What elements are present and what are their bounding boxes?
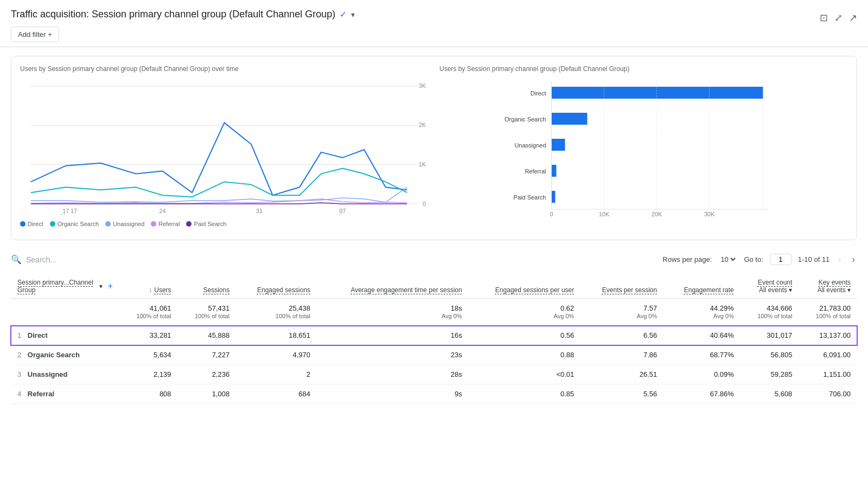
row-users-1: 5,634 [119, 345, 178, 365]
row-avg-engagement-3: 9s [317, 384, 469, 404]
bar-unassigned[interactable] [552, 139, 565, 151]
svg-text:3K: 3K [419, 82, 426, 89]
sessions-col-header[interactable]: Sessions [178, 274, 237, 299]
users-col-header[interactable]: ↓ Users [119, 274, 178, 299]
users-label: Users [154, 286, 171, 294]
add-filter-button[interactable]: Add filter + [11, 27, 59, 42]
table-row[interactable]: 2 Organic Search 5,634 7,227 4,970 23s 0… [11, 345, 857, 365]
row-num-0: 1 [17, 331, 21, 339]
svg-text:31: 31 [256, 208, 263, 214]
engagement-rate-label: Engagement rate [684, 286, 734, 294]
svg-text:0: 0 [423, 201, 426, 207]
bar-paid-search[interactable] [552, 191, 556, 203]
row-dimension-1: 2 Organic Search [11, 345, 119, 365]
row-sessions-0: 45,888 [178, 326, 237, 345]
table-row[interactable]: 3 Unassigned 2,139 2,236 2 28s <0.01 26.… [11, 365, 857, 384]
bar-referral[interactable] [552, 165, 557, 177]
total-avg-engagement: 18s Avg 0% [317, 299, 469, 326]
rows-per-page-label: Rows per page: [662, 255, 712, 263]
dimension-col-dropdown[interactable]: ▾ [99, 282, 103, 290]
row-events-per-session-3: 5.56 [580, 384, 663, 404]
table-header-row: Session primary...Channel Group ▾ + ↓ Us… [11, 274, 857, 299]
engaged-sessions-label: Engaged sessions [257, 286, 310, 294]
svg-text:30K: 30K [704, 211, 715, 217]
avg-engagement-label: Average engagement time per session [350, 286, 462, 294]
key-events-col-header[interactable]: Key events All events ▾ [799, 274, 857, 299]
row-events-per-session-0: 6.56 [580, 326, 663, 345]
edit-button[interactable]: ⊡ [820, 12, 828, 24]
bar-chart-title: Users by Session primary channel group (… [439, 65, 848, 73]
title-dropdown[interactable]: ▾ [351, 10, 355, 19]
row-dimension-label-0: Direct [28, 331, 48, 339]
search-input[interactable] [26, 255, 135, 264]
row-dimension-label-3: Referral [28, 390, 54, 398]
next-page-button[interactable]: › [850, 253, 857, 267]
total-sessions: 57,431 100% of total [178, 299, 237, 326]
svg-text:17: 17 [71, 208, 77, 214]
svg-text:20K: 20K [652, 211, 662, 217]
chart-legend: Direct Organic Search Unassigned Referra… [20, 221, 429, 227]
goto-label: Go to: [744, 255, 763, 263]
row-engaged-sessions-3: 684 [236, 384, 317, 404]
verified-icon: ✓ [340, 9, 347, 20]
legend-label-organic-search: Organic Search [58, 221, 99, 227]
row-num-1: 2 [17, 351, 21, 359]
event-count-dropdown[interactable]: All events ▾ [759, 286, 792, 294]
legend-label-direct: Direct [28, 221, 43, 227]
row-dimension-2: 3 Unassigned [11, 365, 119, 384]
row-dimension-label-2: Unassigned [28, 370, 68, 378]
page-range: 1-10 of 11 [798, 255, 830, 263]
table-row[interactable]: 1 Direct 33,281 45,888 18,651 16s 0.56 6… [11, 326, 857, 345]
line-chart-section: Users by Session primary channel group (… [20, 65, 429, 231]
row-engaged-sessions-1: 4,970 [236, 345, 317, 365]
svg-text:0: 0 [550, 211, 553, 217]
event-count-col-header[interactable]: Event count All events ▾ [741, 274, 799, 299]
svg-text:24: 24 [159, 208, 166, 214]
legend-label-unassigned: Unassigned [113, 221, 144, 227]
key-events-dropdown[interactable]: All events ▾ [818, 286, 851, 294]
svg-text:Paid Search: Paid Search [514, 194, 546, 201]
legend-direct: Direct [20, 221, 43, 227]
row-event-count-1: 56,805 [741, 345, 799, 365]
dimension-col-header: Session primary...Channel Group ▾ + [11, 274, 119, 299]
key-events-label: Key events [819, 279, 851, 286]
share-button[interactable]: ⤢ [834, 12, 843, 24]
bar-direct[interactable] [552, 87, 763, 99]
page-title: Traffic acquisition: Session primary cha… [11, 9, 335, 20]
svg-text:Organic Search: Organic Search [505, 116, 546, 123]
engaged-per-user-label: Engaged sessions per user [495, 286, 574, 294]
row-num-3: 4 [17, 390, 21, 398]
row-dimension-3: 4 Referral [11, 384, 119, 404]
engaged-sessions-col-header[interactable]: Engaged sessions [236, 274, 317, 299]
legend-organic-search: Organic Search [50, 221, 99, 227]
row-sessions-3: 1,008 [178, 384, 237, 404]
engaged-per-user-col-header[interactable]: Engaged sessions per user [469, 274, 581, 299]
svg-text:2K: 2K [419, 121, 426, 128]
goto-page-input[interactable] [770, 254, 792, 265]
table-controls: 🔍 Rows per page: 10 25 50 Go to: 1-10 of… [11, 251, 857, 268]
total-engagement-rate: 44.29% Avg 0% [663, 299, 741, 326]
row-avg-engagement-1: 23s [317, 345, 469, 365]
search-icon: 🔍 [11, 254, 22, 265]
bar-chart-section: Users by Session primary channel group (… [439, 65, 848, 231]
prev-page-button[interactable]: ‹ [836, 253, 843, 267]
legend-referral: Referral [151, 221, 180, 227]
row-key-events-3: 706.00 [799, 384, 857, 404]
rows-per-page-select[interactable]: 10 25 50 [718, 255, 737, 264]
bar-organic-search[interactable] [552, 113, 588, 125]
bar-chart-svg: Direct Organic Search Unassigned Referra… [439, 79, 848, 220]
engagement-rate-col-header[interactable]: Engagement rate [663, 274, 741, 299]
total-key-events: 21,783.00 100% of total [799, 299, 857, 326]
svg-text:Unassigned: Unassigned [514, 142, 546, 149]
row-engagement-rate-1: 68.77% [663, 345, 741, 365]
legend-label-referral: Referral [158, 221, 180, 227]
avg-engagement-col-header[interactable]: Average engagement time per session [317, 274, 469, 299]
svg-text:10K: 10K [599, 211, 610, 217]
events-per-session-col-header[interactable]: Events per session [580, 274, 663, 299]
external-link-button[interactable]: ↗ [849, 12, 857, 24]
svg-text:Referral: Referral [525, 168, 546, 175]
table-row[interactable]: 4 Referral 808 1,008 684 9s 0.85 5.56 67… [11, 384, 857, 404]
add-column-button[interactable]: + [108, 281, 113, 291]
header-actions: ⊡ ⤢ ↗ [820, 12, 857, 24]
row-event-count-3: 5,608 [741, 384, 799, 404]
